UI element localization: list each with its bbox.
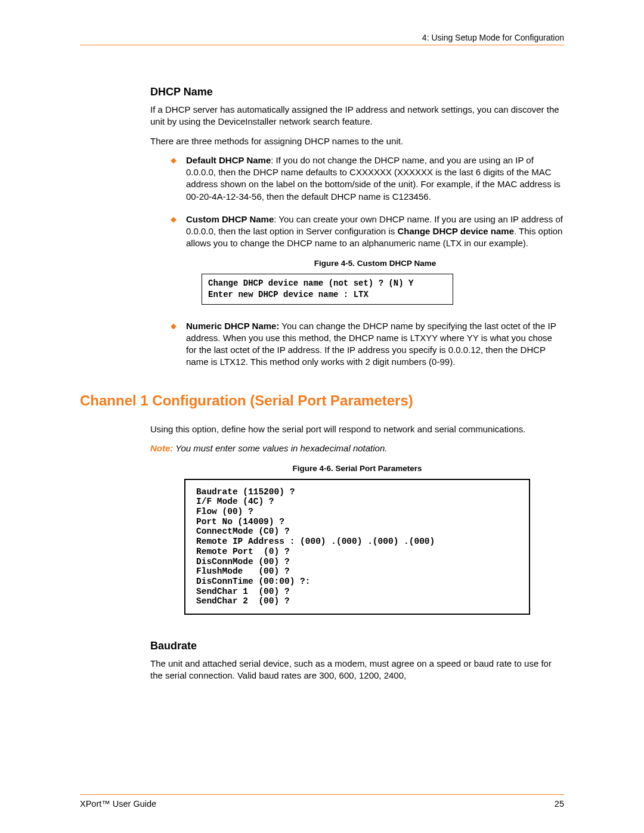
note-rest: You must enter some values in hexadecima… bbox=[173, 443, 387, 453]
bullet-numeric-dhcp: Numeric DHCP Name: You can change the DH… bbox=[171, 320, 564, 368]
footer-page-number: 25 bbox=[555, 798, 564, 810]
channel1-intro: Using this option, define how the serial… bbox=[150, 423, 564, 435]
top-rule bbox=[80, 45, 564, 45]
heading-channel-1: Channel 1 Configuration (Serial Port Par… bbox=[80, 391, 564, 410]
running-header: 4: Using Setup Mode for Configuration bbox=[80, 32, 564, 44]
dhcp-intro-1: If a DHCP server has automatically assig… bbox=[150, 104, 564, 128]
figure-4-6-terminal: Baudrate (115200) ? I/F Mode (4C) ? Flow… bbox=[184, 479, 530, 615]
bullet-default-dhcp: Default DHCP Name: If you do not change … bbox=[171, 154, 564, 203]
baudrate-paragraph: The unit and attached serial device, suc… bbox=[150, 658, 564, 682]
heading-dhcp-name: DHCP Name bbox=[150, 85, 564, 99]
heading-baudrate: Baudrate bbox=[150, 639, 564, 653]
bullet-custom-dhcp: Custom DHCP Name: You can create your ow… bbox=[171, 213, 564, 305]
note-lead: Note: bbox=[150, 443, 173, 453]
figure-4-5-caption: Figure 4-5. Custom DHCP Name bbox=[186, 258, 564, 269]
figure-4-5-code: Change DHCP device name (not set) ? (N) … bbox=[202, 274, 453, 305]
bullet-custom-bold: Change DHCP device name bbox=[397, 226, 514, 236]
bullet-numeric-title: Numeric DHCP Name: bbox=[186, 321, 279, 331]
figure-4-6-caption: Figure 4-6. Serial Port Parameters bbox=[150, 463, 564, 474]
bottom-rule bbox=[80, 794, 564, 795]
footer-left: XPort™ User Guide bbox=[80, 798, 156, 810]
channel1-note: Note: You must enter some values in hexa… bbox=[150, 442, 564, 454]
dhcp-intro-2: There are three methods for assigning DH… bbox=[150, 135, 564, 147]
bullet-default-title: Default DHCP Name bbox=[186, 155, 271, 165]
bullet-custom-title: Custom DHCP Name bbox=[186, 214, 274, 224]
